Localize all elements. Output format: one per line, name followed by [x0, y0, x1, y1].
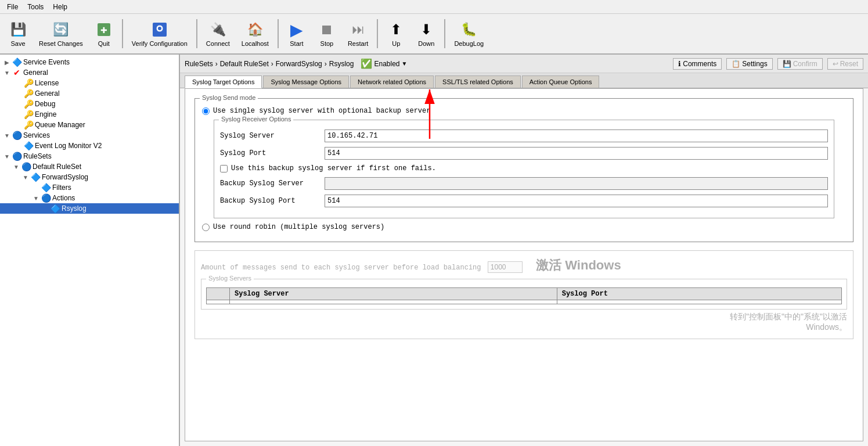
verify-label: Verify Configuration — [132, 40, 188, 47]
tree-item-service-events[interactable]: ▶ 🔷 Service Events — [0, 57, 179, 67]
tab-content-syslog-target: Syslog Send mode Use single syslog serve… — [185, 88, 863, 441]
quit-button[interactable]: ✚ Quit — [89, 17, 118, 51]
tree-item-rsyslog[interactable]: 🔷 Rsyslog — [0, 203, 179, 214]
menu-file[interactable]: File — [2, 2, 23, 12]
down-button[interactable]: ⬇ Down — [412, 17, 441, 51]
tree-item-services[interactable]: ▼ 🔵 Services — [0, 130, 179, 141]
tab-syslog-target-options[interactable]: Syslog Target Options — [185, 75, 262, 88]
expander-rsyslog — [41, 206, 50, 212]
tree-item-default-ruleset[interactable]: ▼ 🔵 Default RuleSet — [0, 161, 179, 172]
syslog-port-input[interactable] — [325, 147, 828, 160]
icon-debug: 🔑 — [23, 99, 34, 109]
localhost-icon: 🏠 — [246, 20, 264, 39]
label-filters: Filters — [52, 184, 71, 192]
up-button[interactable]: ⬆ Up — [381, 17, 410, 51]
down-icon: ⬇ — [417, 20, 435, 39]
tree-item-license[interactable]: 🔑 License — [0, 78, 179, 88]
tree-item-rulesets[interactable]: ▼ 🔵 RuleSets — [0, 151, 179, 161]
icon-actions: 🔵 — [41, 193, 51, 203]
tree-item-engine[interactable]: 🔑 Engine — [0, 109, 179, 120]
syslog-receiver-options-group: Syslog Receiver Options Syslog Server Sy… — [214, 120, 834, 218]
debuglog-button[interactable]: 🐛 DebugLog — [449, 17, 489, 51]
expander-debug — [14, 101, 23, 107]
backup-server-input[interactable] — [325, 177, 828, 190]
settings-label: Settings — [742, 60, 767, 68]
tree-item-queue-manager[interactable]: 🔑 Queue Manager — [0, 120, 179, 130]
menu-help[interactable]: Help — [48, 2, 72, 12]
reset-button[interactable]: ↩ Reset — [827, 58, 863, 70]
syslog-port-label: Syslog Port — [220, 149, 325, 157]
connect-button[interactable]: 🔌 Connect — [201, 17, 235, 51]
backup-port-row: Backup Syslog Port — [220, 195, 828, 207]
comments-label: Comments — [683, 60, 716, 68]
icon-forwardsyslog: 🔷 — [30, 172, 41, 182]
status-badge: ✅ Enabled ▼ — [361, 58, 407, 69]
quit-label: Quit — [98, 40, 110, 47]
tab-action-queue-options[interactable]: Action Queue Options — [522, 75, 600, 88]
menubar: File Tools Help — [0, 0, 868, 14]
syslog-server-input[interactable] — [325, 130, 828, 142]
icon-license: 🔑 — [23, 78, 34, 88]
comments-icon: ℹ — [678, 60, 681, 68]
label-actions: Actions — [52, 194, 75, 202]
tree-item-actions[interactable]: ▼ 🔵 Actions — [0, 193, 179, 203]
confirm-button[interactable]: 💾 Confirm — [777, 58, 823, 70]
table-header-port: Syslog Port — [557, 288, 841, 300]
debuglog-label: DebugLog — [454, 40, 484, 47]
tree-item-general[interactable]: ▼ ✔ General — [0, 67, 179, 78]
icon-event-log: 🔷 — [23, 141, 34, 150]
icon-services: 🔵 — [12, 131, 22, 140]
tree-item-filters[interactable]: 🔷 Filters — [0, 182, 179, 193]
save-button[interactable]: 💾 Save — [3, 17, 33, 51]
expander-filters — [31, 185, 41, 191]
toolbar-separator-3 — [278, 19, 279, 48]
backup-checkbox[interactable] — [220, 165, 228, 172]
tab-ssl-tls-options[interactable]: SSL/TLS related Options — [435, 75, 521, 88]
stop-button[interactable]: ⏹ Stop — [312, 17, 341, 51]
breadcrumb-sep-2: › — [271, 60, 273, 68]
restart-button[interactable]: ⏭ Restart — [343, 17, 373, 51]
tab-network-related-options[interactable]: Network related Options — [350, 75, 434, 88]
menu-tools[interactable]: Tools — [23, 2, 48, 12]
label-general2: General — [35, 89, 60, 98]
reset-changes-button[interactable]: 🔄 Reset Changes — [34, 17, 88, 51]
svg-text:✚: ✚ — [100, 26, 107, 35]
up-icon: ⬆ — [387, 20, 405, 39]
label-event-log: Event Log Monitor V2 — [35, 142, 102, 150]
backup-checkbox-label[interactable]: Use this backup syslog server if first o… — [231, 164, 436, 172]
toolbar: 💾 Save 🔄 Reset Changes ✚ Quit Verify Con… — [0, 14, 868, 55]
roundrobin-value-input[interactable] — [488, 261, 523, 273]
tree-item-event-log-monitor[interactable]: 🔷 Event Log Monitor V2 — [0, 141, 179, 151]
settings-button[interactable]: 📋 Settings — [726, 58, 772, 70]
radio-single-server[interactable] — [202, 107, 210, 115]
tree-item-general2[interactable]: 🔑 General — [0, 88, 179, 99]
start-button[interactable]: ▶ Start — [282, 17, 311, 51]
syslog-send-mode-title: Syslog Send mode — [200, 94, 258, 101]
syslog-port-row: Syslog Port — [220, 147, 828, 160]
toolbar-separator-2 — [196, 19, 197, 48]
icon-default-ruleset: 🔵 — [21, 162, 31, 171]
verify-configuration-button[interactable]: Verify Configuration — [127, 17, 193, 51]
icon-rulesets: 🔵 — [12, 152, 22, 161]
backup-port-input[interactable] — [325, 195, 828, 207]
restart-icon: ⏭ — [349, 20, 368, 39]
start-label: Start — [290, 40, 303, 47]
tree-item-debug[interactable]: 🔑 Debug — [0, 99, 179, 109]
expander-default-ruleset: ▼ — [12, 164, 21, 170]
tabs-bar: Syslog Target Options Syslog Message Opt… — [180, 73, 868, 88]
breadcrumb-sep-1: › — [215, 60, 218, 68]
syslog-servers-group: Syslog Servers Syslog Server Syslog Port — [201, 279, 847, 310]
comments-button[interactable]: ℹ Comments — [673, 58, 722, 70]
tab-syslog-message-options[interactable]: Syslog Message Options — [263, 75, 349, 88]
watermark-text: 激活 Windows — [536, 257, 621, 274]
radio-roundrobin[interactable] — [202, 224, 210, 231]
localhost-button[interactable]: 🏠 Localhost — [236, 17, 274, 51]
restart-label: Restart — [348, 40, 368, 47]
expander-forwardsyslog: ▼ — [21, 174, 30, 181]
radio-roundrobin-label[interactable]: Use round robin (multiple syslog servers… — [213, 223, 384, 231]
icon-filters: 🔷 — [41, 183, 51, 192]
tree-item-forwardsyslog[interactable]: ▼ 🔷 ForwardSyslog — [0, 172, 179, 182]
status-dropdown[interactable]: ▼ — [402, 60, 408, 67]
radio-single-label[interactable]: Use single syslog server with optional b… — [213, 107, 430, 115]
label-services: Services — [23, 131, 50, 139]
